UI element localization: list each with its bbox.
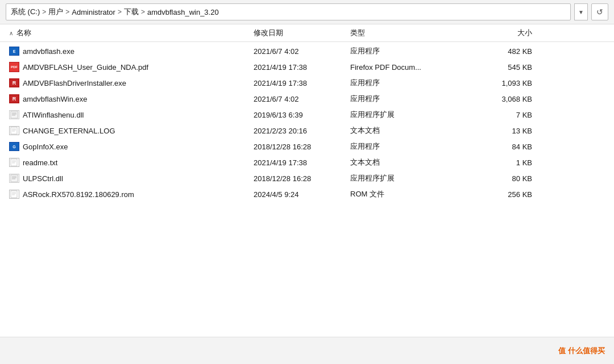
file-type-label: 应用程序扩展 [350, 110, 475, 120]
file-size-label: 1,093 KB [475, 79, 532, 87]
watermark-brand: 什么值得买 [568, 346, 605, 355]
file-icon-container [9, 110, 19, 120]
file-type-label: 应用程序 [350, 78, 475, 88]
file-icon-name: CHANGE_EXTERNAL.LOG [9, 125, 254, 136]
breadcrumb-dropdown-button[interactable]: ▼ [574, 3, 588, 20]
dll-icon [9, 174, 19, 183]
column-date-header[interactable]: 修改日期 [254, 24, 350, 41]
file-icon-name: R amdvbflashWin.exe [9, 94, 254, 104]
breadcrumb-area: 系统 (C:) > 用户 > Administrator > 下载 > amdv… [6, 3, 571, 20]
file-size-label: 84 KB [475, 143, 532, 151]
file-icon-name: ATIWinflashenu.dll [9, 110, 254, 120]
table-row[interactable]: PDF AMDVBFLASH_User_Guide_NDA.pdf 2021/4… [0, 59, 614, 75]
file-date-label: 2019/6/13 6:39 [254, 111, 350, 119]
table-row[interactable]: ASRock.RX570.8192.180629.rom 2024/4/5 9:… [0, 186, 614, 202]
breadcrumb-users[interactable]: 用户 [48, 7, 63, 17]
file-explorer-window: 系统 (C:) > 用户 > Administrator > 下载 > amdv… [0, 0, 614, 364]
column-name-label: 名称 [16, 28, 31, 38]
file-date-label: 2021/4/19 17:38 [254, 63, 350, 72]
breadcrumb-admin[interactable]: Administrator [72, 8, 115, 16]
table-row[interactable]: G GopInfoX.exe 2018/12/28 16:28 应用程序 84 … [0, 139, 614, 154]
file-name-label: amdvbflash.exe [23, 47, 74, 56]
file-icon-name: G GopInfoX.exe [9, 141, 254, 152]
file-icon-name: R AMDVBFlashDriverInstaller.exe [9, 78, 254, 88]
breadcrumb-system[interactable]: 系统 (C:) [11, 7, 40, 17]
file-list: E amdvbflash.exe 2021/6/7 4:02 应用程序 482 … [0, 42, 614, 337]
breadcrumb-sep-4: > [139, 8, 147, 16]
breadcrumb-sep-2: > [63, 8, 72, 16]
file-icon-name: ASRock.RX570.8192.180629.rom [9, 189, 254, 199]
file-size-label: 482 KB [475, 47, 532, 56]
file-icon-name: readme.txt [9, 157, 254, 168]
file-date-label: 2021/6/7 4:02 [254, 95, 350, 103]
watermark: 值 什么值得买 [558, 346, 605, 356]
file-name-label: AMDVBFLASH_User_Guide_NDA.pdf [23, 63, 148, 72]
table-row[interactable]: R AMDVBFlashDriverInstaller.exe 2021/4/1… [0, 75, 614, 91]
file-type-label: Firefox PDF Docum... [350, 63, 475, 72]
svg-rect-0 [11, 111, 18, 118]
file-name-label: amdvbflashWin.exe [23, 95, 87, 103]
refresh-icon: ↺ [596, 7, 603, 16]
file-icon-container: PDF [9, 62, 19, 72]
file-icon-name: PDF AMDVBFLASH_User_Guide_NDA.pdf [9, 62, 254, 72]
pdf-icon: PDF [9, 62, 19, 72]
file-date-label: 2021/6/7 4:02 [254, 47, 350, 56]
file-date-label: 2021/2/23 20:16 [254, 127, 350, 135]
exe-red-icon: R [9, 94, 19, 103]
table-row[interactable]: ATIWinflashenu.dll 2019/6/13 6:39 应用程序扩展… [0, 107, 614, 123]
file-date-label: 2018/12/28 16:28 [254, 143, 350, 151]
file-name-label: ULPSCtrl.dll [23, 174, 63, 183]
file-name-label: ASRock.RX570.8192.180629.rom [23, 190, 134, 199]
file-date-label: 2021/4/19 17:38 [254, 79, 350, 87]
file-type-label: 应用程序 [350, 94, 475, 104]
file-icon-container: G [9, 141, 19, 152]
exe-red-icon: R [9, 78, 19, 87]
breadcrumb-downloads[interactable]: 下载 [124, 7, 139, 17]
file-size-label: 256 KB [475, 190, 532, 199]
column-type-header[interactable]: 类型 [350, 24, 475, 41]
file-size-label: 7 KB [475, 111, 532, 119]
column-name-header[interactable]: ∧ 名称 [9, 24, 254, 41]
table-row[interactable]: CHANGE_EXTERNAL.LOG 2021/2/23 20:16 文本文档… [0, 123, 614, 139]
file-icon-container [9, 125, 19, 136]
file-size-label: 1 KB [475, 158, 532, 167]
file-name-label: CHANGE_EXTERNAL.LOG [23, 127, 115, 135]
breadcrumb-sep-1: > [40, 8, 48, 16]
breadcrumb-folder[interactable]: amdvbflash_win_3.20 [147, 8, 219, 16]
file-type-label: 应用程序 [350, 46, 475, 56]
exe-blue-icon: E [9, 47, 19, 56]
watermark-prefix: 值 [558, 346, 568, 355]
file-name-label: readme.txt [23, 158, 57, 167]
column-type-label: 类型 [350, 28, 365, 37]
table-row[interactable]: ULPSCtrl.dll 2018/12/28 16:28 应用程序扩展 80 … [0, 170, 614, 186]
table-row[interactable]: readme.txt 2021/4/19 17:38 文本文档 1 KB [0, 154, 614, 170]
file-name-label: ATIWinflashenu.dll [23, 111, 84, 119]
file-icon-container [9, 173, 19, 183]
breadcrumb-sep-3: > [115, 8, 124, 16]
file-icon-name: ULPSCtrl.dll [9, 173, 254, 183]
file-type-label: 应用程序扩展 [350, 173, 475, 183]
table-row[interactable]: R amdvbflashWin.exe 2021/6/7 4:02 应用程序 3… [0, 91, 614, 107]
column-size-header[interactable]: 大小 [475, 24, 532, 41]
file-icon-container [9, 189, 19, 199]
address-bar: 系统 (C:) > 用户 > Administrator > 下载 > amdv… [0, 0, 614, 24]
table-row[interactable]: E amdvbflash.exe 2021/6/7 4:02 应用程序 482 … [0, 43, 614, 59]
refresh-button[interactable]: ↺ [591, 3, 608, 20]
file-icon-container: E [9, 46, 19, 56]
column-size-label: 大小 [517, 28, 532, 37]
log-icon [9, 126, 19, 135]
gopinfo-icon: G [9, 142, 19, 151]
file-size-label: 13 KB [475, 127, 532, 135]
file-icon-name: E amdvbflash.exe [9, 46, 254, 56]
svg-rect-4 [11, 127, 17, 134]
column-headers: ∧ 名称 修改日期 类型 大小 [0, 24, 614, 42]
chevron-down-icon: ▼ [578, 9, 584, 15]
file-type-label: 应用程序 [350, 141, 475, 152]
file-icon-container [9, 157, 19, 168]
bottom-bar: 值 什么值得买 [0, 337, 614, 364]
file-icon-container: R [9, 94, 19, 104]
svg-rect-8 [11, 159, 17, 166]
log-icon [9, 158, 19, 167]
rom-icon [9, 190, 19, 199]
file-size-label: 3,068 KB [475, 95, 532, 103]
